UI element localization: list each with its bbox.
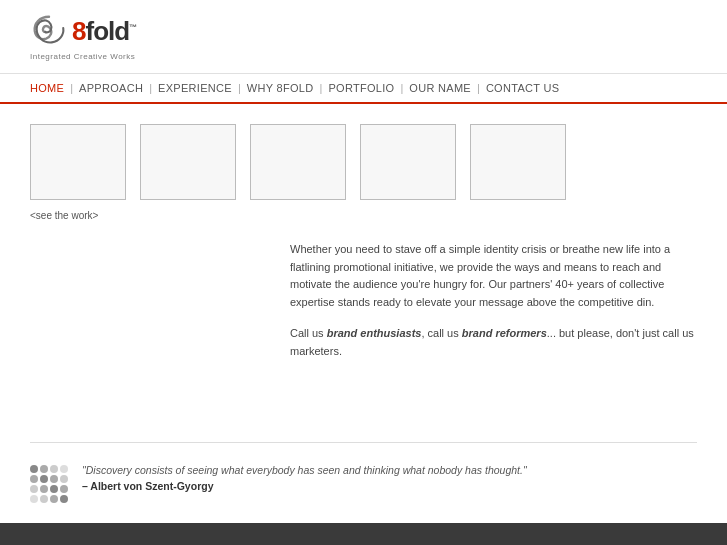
quote-section: "Discovery consists of seeing what every… bbox=[0, 453, 727, 523]
body-p2-mid: , call us bbox=[421, 327, 461, 339]
body-paragraph-2: Call us brand enthusiasts, call us brand… bbox=[290, 325, 697, 360]
dot-1 bbox=[30, 465, 38, 473]
dot-3 bbox=[50, 465, 58, 473]
dot-13 bbox=[30, 495, 38, 503]
nav-sep-2: | bbox=[149, 82, 152, 94]
nav-bar: HOME | APPROACH | EXPERIENCE | WHY 8FOLD… bbox=[0, 74, 727, 104]
dot-6 bbox=[40, 475, 48, 483]
nav-sep-3: | bbox=[238, 82, 241, 94]
hr-line bbox=[30, 442, 697, 443]
dot-12 bbox=[60, 485, 68, 493]
logo-swirl-icon bbox=[30, 12, 68, 50]
bottom-bar bbox=[0, 523, 727, 545]
logo-text: 8fold™ bbox=[72, 16, 136, 47]
see-work-link[interactable]: <see the work> bbox=[30, 210, 697, 221]
page-wrapper: 8fold™ Integrated Creative Works HOME | … bbox=[0, 0, 727, 545]
nav-items: HOME | APPROACH | EXPERIENCE | WHY 8FOLD… bbox=[30, 82, 559, 94]
quote-text: "Discovery consists of seeing what every… bbox=[82, 463, 527, 495]
nav-sep-1: | bbox=[70, 82, 73, 94]
dot-16 bbox=[60, 495, 68, 503]
dot-7 bbox=[50, 475, 58, 483]
dot-8 bbox=[60, 475, 68, 483]
dot-9 bbox=[30, 485, 38, 493]
nav-item-portfolio[interactable]: PORTFOLIO bbox=[328, 82, 394, 94]
logo-graphic: 8fold™ bbox=[30, 12, 136, 50]
logo-tm: ™ bbox=[129, 23, 136, 32]
dot-5 bbox=[30, 475, 38, 483]
nav-item-ourname[interactable]: OUR NAME bbox=[409, 82, 471, 94]
nav-item-experience[interactable]: EXPERIENCE bbox=[158, 82, 232, 94]
dot-15 bbox=[50, 495, 58, 503]
body-emphasis-2: brand reformers bbox=[462, 327, 547, 339]
thumbnail-5[interactable] bbox=[470, 124, 566, 200]
thumbnail-3[interactable] bbox=[250, 124, 346, 200]
nav-sep-5: | bbox=[400, 82, 403, 94]
portfolio-thumbnails bbox=[30, 124, 697, 200]
nav-item-why8fold[interactable]: WHY 8FOLD bbox=[247, 82, 314, 94]
left-spacer bbox=[30, 241, 270, 375]
dot-2 bbox=[40, 465, 48, 473]
quote-dots-icon bbox=[30, 465, 68, 503]
thumbnail-1[interactable] bbox=[30, 124, 126, 200]
main-content: <see the work> Whether you need to stave… bbox=[0, 104, 727, 426]
divider bbox=[0, 426, 727, 453]
dot-10 bbox=[40, 485, 48, 493]
thumbnail-2[interactable] bbox=[140, 124, 236, 200]
nav-sep-4: | bbox=[320, 82, 323, 94]
body-emphasis-1: brand enthusiasts bbox=[327, 327, 422, 339]
logo-eight: 8 bbox=[72, 16, 85, 46]
nav-item-home[interactable]: HOME bbox=[30, 82, 64, 94]
dot-4 bbox=[60, 465, 68, 473]
content-area: Whether you need to stave off a simple i… bbox=[30, 241, 697, 375]
logo-tagline: Integrated Creative Works bbox=[30, 52, 135, 61]
logo-container: 8fold™ Integrated Creative Works bbox=[30, 12, 136, 61]
nav-item-approach[interactable]: APPROACH bbox=[79, 82, 143, 94]
body-paragraph-1: Whether you need to stave off a simple i… bbox=[290, 241, 697, 311]
right-content: Whether you need to stave off a simple i… bbox=[290, 241, 697, 375]
thumbnail-4[interactable] bbox=[360, 124, 456, 200]
header: 8fold™ Integrated Creative Works bbox=[0, 0, 727, 74]
dot-14 bbox=[40, 495, 48, 503]
quote-attribution: – Albert von Szent-Gyorgy bbox=[82, 480, 213, 492]
nav-sep-6: | bbox=[477, 82, 480, 94]
quote-body: "Discovery consists of seeing what every… bbox=[82, 464, 527, 476]
dot-11 bbox=[50, 485, 58, 493]
nav-item-contactus[interactable]: CONTACT US bbox=[486, 82, 560, 94]
body-p2-prefix: Call us bbox=[290, 327, 327, 339]
